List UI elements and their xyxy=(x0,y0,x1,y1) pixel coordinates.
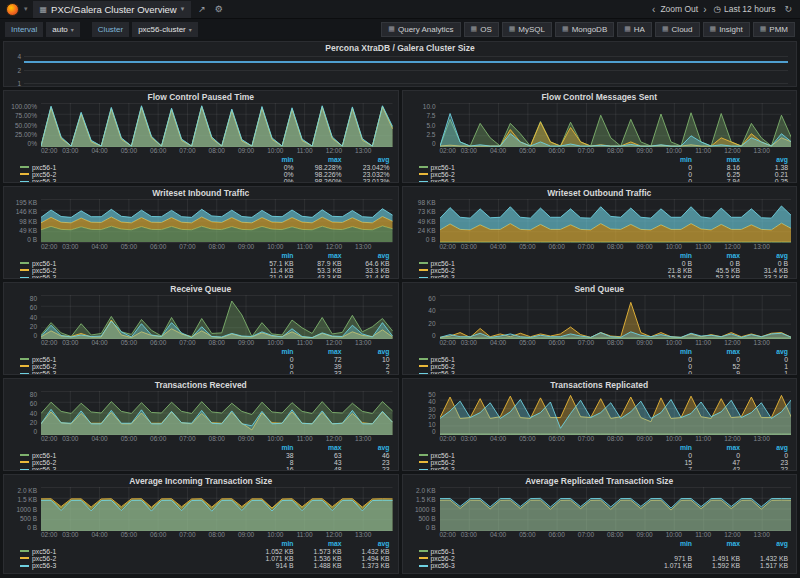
legend-series-pxc56-2[interactable]: pxc56-2 xyxy=(419,459,645,466)
legend-series-pxc56-1[interactable]: pxc56-1 xyxy=(20,260,246,267)
legend-series-pxc56-1[interactable]: pxc56-1 xyxy=(419,356,645,363)
nav-button-insight[interactable]: ▦Insight xyxy=(703,22,750,37)
share-icon[interactable]: ↗ xyxy=(196,4,208,14)
chart-receive-queue[interactable] xyxy=(41,295,393,339)
y-tick-label: 60 xyxy=(30,304,37,311)
nav-button-pmm[interactable]: ▦PMM xyxy=(753,22,795,37)
legend-series-pxc56-1[interactable]: pxc56-1 xyxy=(20,164,246,171)
legend-value: 23.013% xyxy=(342,178,390,183)
legend-series-pxc56-1[interactable]: pxc56-1 xyxy=(419,548,645,555)
x-tick-label: 07:00 xyxy=(179,339,195,346)
legend-series-pxc56-2[interactable]: pxc56-2 xyxy=(419,555,645,562)
legend-series-pxc56-2[interactable]: pxc56-2 xyxy=(419,267,645,274)
legend: minmaxavgpxc56-1386346pxc56-284323pxc56-… xyxy=(4,444,398,471)
chart-avg-replicated-transaction-size[interactable] xyxy=(440,487,792,531)
x-tick-label: 13:00 xyxy=(355,339,371,346)
nav-button-cloud[interactable]: ▦Cloud xyxy=(655,22,700,37)
legend-series-pxc56-1[interactable]: pxc56-1 xyxy=(20,548,246,555)
plot-row: 100.00%75.00%50.00%25.00%0% xyxy=(4,103,393,147)
panel-title[interactable]: Writeset Inbound Traffic xyxy=(4,187,398,199)
legend-row: pxc56-315.5 KB53.3 KB33.2 KB xyxy=(419,274,789,279)
legend-series-pxc56-1[interactable]: pxc56-1 xyxy=(419,164,645,171)
chart-flow-control-messages-sent[interactable] xyxy=(440,103,792,147)
grafana-logo[interactable] xyxy=(6,3,19,16)
nav-button-query-analytics[interactable]: ▦Query Analytics xyxy=(381,22,460,37)
x-tick-label: 02:00 xyxy=(41,339,57,346)
series-swatch xyxy=(419,557,428,559)
legend-value: 971 B xyxy=(644,555,692,562)
plot-row: 2.0 KB1.5 KB1000 B500 B0 B xyxy=(403,487,792,531)
legend-value: 0 xyxy=(246,363,294,370)
legend-series-pxc56-2[interactable]: pxc56-2 xyxy=(419,171,645,178)
legend-series-pxc56-3[interactable]: pxc56-3 xyxy=(20,370,246,375)
legend-series-pxc56-2[interactable]: pxc56-2 xyxy=(20,459,246,466)
legend-series-pxc56-2[interactable]: pxc56-2 xyxy=(20,363,246,370)
legend-series-pxc56-3[interactable]: pxc56-3 xyxy=(419,466,645,471)
legend-series-pxc56-2[interactable]: pxc56-2 xyxy=(20,171,246,178)
x-tick-label: 06:00 xyxy=(150,531,166,538)
nav-button-label: MongoDB xyxy=(572,25,608,34)
legend-series-pxc56-3[interactable]: pxc56-3 xyxy=(419,562,645,569)
chart-send-queue[interactable] xyxy=(440,295,792,339)
nav-button-mysql[interactable]: ▦MySQL xyxy=(502,22,552,37)
chart-transactions-received[interactable] xyxy=(41,391,393,435)
y-axis: 195 KB146 KB98 KB49 KB0 B xyxy=(4,199,41,243)
panel-title[interactable]: Flow Control Messages Sent xyxy=(403,91,797,103)
dashboard-nav-links: ▦Query Analytics▦OS▦MySQL▦MongoDB▦HA▦Clo… xyxy=(381,22,795,37)
legend-value: 10 xyxy=(342,356,390,363)
chart-writeset-outbound-traffic[interactable] xyxy=(440,199,792,243)
legend-series-label: pxc56-2 xyxy=(32,363,56,370)
chart-writeset-inbound-traffic[interactable] xyxy=(41,199,393,243)
panel-title[interactable]: Writeset Outbound Traffic xyxy=(403,187,797,199)
x-tick-label: 04:00 xyxy=(91,531,107,538)
legend-series-pxc56-3[interactable]: pxc56-3 xyxy=(20,178,246,183)
panel-title[interactable]: Percona XtraDB / Galera Cluster Size xyxy=(4,42,796,54)
y-tick-label: 0 xyxy=(33,428,37,435)
chart-flow-control-paused-time[interactable] xyxy=(41,103,393,147)
legend-series-pxc56-1[interactable]: pxc56-1 xyxy=(20,356,246,363)
panel-title[interactable]: Flow Control Paused Time xyxy=(4,91,398,103)
legend-series-pxc56-3[interactable]: pxc56-3 xyxy=(419,178,645,183)
legend-col-avg: avg xyxy=(740,348,788,355)
legend-series-pxc56-2[interactable]: pxc56-2 xyxy=(20,267,246,274)
nav-button-ha[interactable]: ▦HA xyxy=(617,22,652,37)
chart-avg-incoming-transaction-size[interactable] xyxy=(41,487,393,531)
nav-button-mongodb[interactable]: ▦MongoDB xyxy=(555,22,614,37)
panel-title[interactable]: Send Queue xyxy=(403,283,797,295)
legend-series-pxc56-3[interactable]: pxc56-3 xyxy=(419,370,645,375)
legend-value: 1.432 KB xyxy=(342,548,390,555)
legend-series-pxc56-3[interactable]: pxc56-3 xyxy=(20,466,246,471)
time-back-icon[interactable]: ‹ xyxy=(652,4,655,15)
y-tick-label: 0 B xyxy=(27,236,37,243)
interval-dropdown[interactable]: auto ▾ xyxy=(46,22,80,37)
legend-series-pxc56-3[interactable]: pxc56-3 xyxy=(20,562,246,569)
legend-series-pxc56-3[interactable]: pxc56-3 xyxy=(419,274,645,279)
legend-series-pxc56-3[interactable]: pxc56-3 xyxy=(20,274,246,279)
zoom-out-button[interactable]: Zoom Out xyxy=(660,4,698,14)
gear-icon[interactable]: ⚙ xyxy=(213,4,225,14)
cluster-size-chart[interactable]: 421 xyxy=(10,54,788,85)
x-tick-label: 02:00 xyxy=(41,243,57,250)
cluster-dropdown[interactable]: pxc56-cluster ▾ xyxy=(132,22,198,37)
nav-button-os[interactable]: ▦OS xyxy=(464,22,499,37)
legend-series-pxc56-1[interactable]: pxc56-1 xyxy=(419,452,645,459)
legend-series-pxc56-1[interactable]: pxc56-1 xyxy=(20,452,246,459)
dashboard-picker[interactable]: ▦ PXC/Galera Cluster Overview ▾ xyxy=(33,1,192,18)
panel-title[interactable]: Average Replicated Transaction Size xyxy=(403,475,797,487)
time-range-picker[interactable]: ◷ Last 12 hours xyxy=(714,4,776,14)
legend: minmaxavgpxc56-1000pxc56-2154723pxc56-37… xyxy=(403,444,797,471)
time-forward-icon[interactable]: › xyxy=(703,4,706,15)
legend-series-pxc56-1[interactable]: pxc56-1 xyxy=(419,260,645,267)
panel-title[interactable]: Transactions Received xyxy=(4,379,398,391)
panel-title[interactable]: Average Incoming Transaction Size xyxy=(4,475,398,487)
series-swatch xyxy=(20,166,29,168)
series-swatch xyxy=(419,358,428,360)
legend-series-pxc56-2[interactable]: pxc56-2 xyxy=(419,363,645,370)
refresh-icon[interactable]: ↻ xyxy=(782,4,794,14)
chart-transactions-replicated[interactable] xyxy=(440,391,792,435)
panel-title[interactable]: Receive Queue xyxy=(4,283,398,295)
grafana-menu-caret-icon[interactable]: ▾ xyxy=(24,5,28,13)
legend-series-pxc56-2[interactable]: pxc56-2 xyxy=(20,555,246,562)
nav-button-label: MySQL xyxy=(518,25,545,34)
panel-title[interactable]: Transactions Replicated xyxy=(403,379,797,391)
